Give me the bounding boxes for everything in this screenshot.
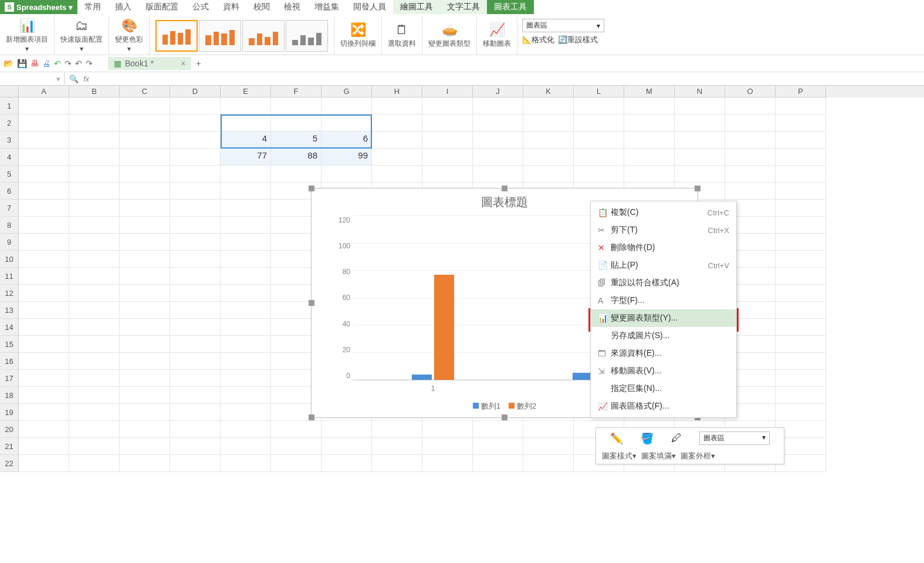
cell[interactable] bbox=[321, 114, 372, 132]
cell[interactable] bbox=[422, 166, 473, 183]
cell[interactable] bbox=[473, 455, 523, 472]
cell[interactable] bbox=[120, 302, 170, 319]
shape-fill-label[interactable]: 圖案填滿▾ bbox=[641, 451, 676, 461]
cell[interactable] bbox=[372, 132, 422, 149]
cell[interactable]: 77 bbox=[221, 149, 271, 166]
cell[interactable] bbox=[776, 268, 826, 285]
cell[interactable]: 6 bbox=[321, 132, 372, 149]
cell[interactable] bbox=[725, 166, 776, 183]
cell[interactable] bbox=[776, 387, 826, 404]
resize-handle[interactable] bbox=[502, 414, 507, 420]
cell[interactable] bbox=[19, 251, 69, 268]
redo2-icon[interactable]: ↷ bbox=[86, 59, 93, 68]
cell[interactable] bbox=[422, 97, 473, 114]
cell[interactable] bbox=[624, 149, 675, 166]
cell[interactable] bbox=[170, 438, 221, 455]
select-data-button[interactable]: 🗒 選取資料 bbox=[388, 22, 416, 49]
cell[interactable] bbox=[523, 421, 574, 438]
cell[interactable] bbox=[221, 268, 271, 285]
cell[interactable] bbox=[372, 114, 422, 132]
cell[interactable] bbox=[170, 455, 221, 472]
cell[interactable] bbox=[422, 421, 473, 438]
menu-item[interactable]: 增益集 bbox=[307, 0, 346, 14]
row-header[interactable]: 15 bbox=[0, 336, 19, 353]
cell[interactable] bbox=[776, 149, 826, 166]
cell[interactable] bbox=[221, 251, 271, 268]
cell[interactable] bbox=[120, 285, 170, 302]
cell[interactable] bbox=[776, 285, 826, 302]
document-tab[interactable]: ▦ Book1 * × bbox=[108, 57, 191, 70]
cell[interactable] bbox=[473, 166, 523, 183]
cell[interactable] bbox=[170, 166, 221, 183]
context-menu-item[interactable]: 📋複製(C)Ctrl+C bbox=[591, 204, 736, 221]
cell[interactable] bbox=[120, 319, 170, 336]
cell[interactable] bbox=[69, 217, 120, 234]
cell[interactable] bbox=[372, 166, 422, 183]
row-header[interactable]: 4 bbox=[0, 149, 19, 166]
spreadsheet-grid[interactable]: ABCDEFGHIJKLMNOP 12345647788995678910111… bbox=[0, 86, 924, 472]
context-menu-item[interactable]: A字型(F)... bbox=[591, 292, 736, 309]
cell[interactable] bbox=[69, 149, 120, 166]
context-menu-item[interactable]: ✕刪除物件(D) bbox=[591, 239, 736, 257]
row-header[interactable]: 6 bbox=[0, 183, 19, 200]
cell[interactable] bbox=[725, 183, 776, 200]
row-header[interactable]: 21 bbox=[0, 438, 19, 455]
resize-handle[interactable] bbox=[309, 414, 314, 420]
column-header[interactable]: G bbox=[321, 86, 372, 97]
cell[interactable] bbox=[473, 149, 523, 166]
cell[interactable]: 88 bbox=[271, 149, 321, 166]
cell[interactable] bbox=[422, 114, 473, 132]
cell[interactable] bbox=[221, 387, 271, 404]
cell[interactable] bbox=[170, 217, 221, 234]
cell[interactable] bbox=[69, 268, 120, 285]
column-header[interactable]: O bbox=[725, 86, 776, 97]
chart-style-1[interactable] bbox=[155, 20, 198, 52]
shape-outline-icon[interactable]: 🖊 bbox=[671, 432, 682, 444]
column-header[interactable]: C bbox=[120, 86, 170, 97]
cell[interactable] bbox=[271, 455, 321, 472]
row-header[interactable]: 8 bbox=[0, 217, 19, 234]
cell[interactable] bbox=[271, 97, 321, 114]
cell[interactable] bbox=[69, 302, 120, 319]
cell[interactable] bbox=[422, 149, 473, 166]
cell[interactable] bbox=[221, 319, 271, 336]
format-button[interactable]: 📐格式化 bbox=[522, 35, 554, 45]
print-icon[interactable]: 🖶 bbox=[31, 59, 39, 68]
cell[interactable] bbox=[523, 114, 574, 132]
row-header[interactable]: 7 bbox=[0, 200, 19, 217]
context-menu-item[interactable]: 🗔來源資料(E)... bbox=[591, 345, 736, 362]
cell[interactable]: 99 bbox=[321, 149, 372, 166]
cell[interactable] bbox=[120, 438, 170, 455]
name-box[interactable]: ▾ bbox=[0, 72, 65, 85]
menu-item[interactable]: 公式 bbox=[185, 0, 216, 14]
cell[interactable] bbox=[120, 370, 170, 387]
cell[interactable] bbox=[321, 438, 372, 455]
cell[interactable] bbox=[473, 114, 523, 132]
menu-item[interactable]: 檢視 bbox=[277, 0, 307, 14]
cell[interactable] bbox=[120, 132, 170, 149]
cell[interactable] bbox=[19, 387, 69, 404]
cell[interactable] bbox=[321, 166, 372, 183]
cell[interactable] bbox=[574, 132, 624, 149]
fx-label[interactable]: fx bbox=[83, 75, 89, 83]
context-menu-item[interactable]: 另存成圖片(S)... bbox=[591, 327, 736, 345]
cell[interactable] bbox=[19, 421, 69, 438]
cell[interactable] bbox=[675, 114, 725, 132]
cell[interactable] bbox=[120, 387, 170, 404]
cell[interactable] bbox=[221, 438, 271, 455]
context-menu-item[interactable]: ⇲移動圖表(V)... bbox=[591, 362, 736, 380]
resize-handle[interactable] bbox=[309, 300, 314, 306]
cell[interactable] bbox=[473, 97, 523, 114]
close-tab-icon[interactable]: × bbox=[181, 59, 185, 68]
cell[interactable] bbox=[221, 404, 271, 421]
cell[interactable] bbox=[523, 149, 574, 166]
cell[interactable] bbox=[69, 97, 120, 114]
cell[interactable] bbox=[675, 97, 725, 114]
cell[interactable] bbox=[221, 302, 271, 319]
cell[interactable] bbox=[776, 200, 826, 217]
column-header[interactable]: E bbox=[221, 86, 271, 97]
cell[interactable] bbox=[69, 353, 120, 370]
row-header[interactable]: 10 bbox=[0, 251, 19, 268]
cell[interactable] bbox=[574, 149, 624, 166]
cell[interactable] bbox=[372, 149, 422, 166]
